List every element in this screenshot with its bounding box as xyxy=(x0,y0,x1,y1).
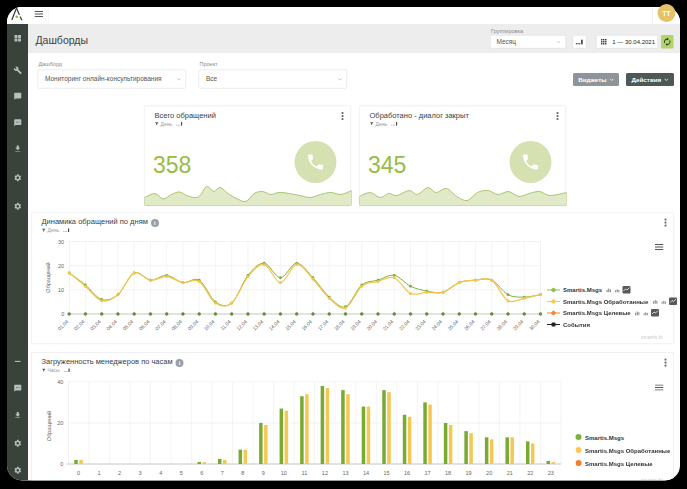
svg-text:16: 16 xyxy=(404,470,410,476)
svg-text:29.04: 29.04 xyxy=(511,318,524,331)
svg-text:15: 15 xyxy=(383,470,389,476)
svg-text:7: 7 xyxy=(221,470,224,476)
svg-text:27.04: 27.04 xyxy=(479,318,492,331)
svg-text:Обращений: Обращений xyxy=(45,262,51,292)
svg-text:13.04: 13.04 xyxy=(251,318,264,331)
svg-text:04.04: 04.04 xyxy=(105,318,118,331)
svg-text:10: 10 xyxy=(58,287,64,293)
svg-text:16.04: 16.04 xyxy=(300,318,313,331)
svg-text:6: 6 xyxy=(200,470,203,476)
svg-text:01.04: 01.04 xyxy=(56,318,69,331)
svg-text:4: 4 xyxy=(159,470,162,476)
svg-text:19.04: 19.04 xyxy=(349,318,362,331)
svg-text:25.04: 25.04 xyxy=(446,318,459,331)
svg-text:07.04: 07.04 xyxy=(154,318,167,331)
svg-text:19: 19 xyxy=(466,470,472,476)
svg-text:14.04: 14.04 xyxy=(268,318,281,331)
svg-text:0: 0 xyxy=(77,470,80,476)
svg-text:2: 2 xyxy=(118,470,121,476)
svg-text:11: 11 xyxy=(302,470,308,476)
svg-text:28.04: 28.04 xyxy=(495,318,508,331)
svg-text:18: 18 xyxy=(445,470,451,476)
svg-text:9: 9 xyxy=(262,470,265,476)
svg-text:06.04: 06.04 xyxy=(138,318,151,331)
svg-text:13: 13 xyxy=(342,470,348,476)
svg-text:09.04: 09.04 xyxy=(186,318,199,331)
svg-text:23: 23 xyxy=(548,470,554,476)
svg-text:20: 20 xyxy=(58,263,64,269)
svg-text:0: 0 xyxy=(60,461,63,467)
svg-text:17: 17 xyxy=(424,470,430,476)
svg-text:02.04: 02.04 xyxy=(73,318,86,331)
svg-text:03.04: 03.04 xyxy=(89,318,102,331)
svg-text:1: 1 xyxy=(98,470,101,476)
svg-text:26.04: 26.04 xyxy=(463,318,476,331)
svg-text:Обращений: Обращений xyxy=(46,411,52,441)
svg-text:30: 30 xyxy=(58,239,64,245)
svg-text:10.04: 10.04 xyxy=(203,318,216,331)
svg-text:24.04: 24.04 xyxy=(430,318,443,331)
svg-text:0: 0 xyxy=(61,311,64,317)
svg-text:17.04: 17.04 xyxy=(316,318,329,331)
svg-text:23.04: 23.04 xyxy=(414,318,427,331)
svg-text:20.04: 20.04 xyxy=(365,318,378,331)
svg-text:15.04: 15.04 xyxy=(284,318,297,331)
svg-text:12: 12 xyxy=(322,470,328,476)
svg-text:12.04: 12.04 xyxy=(235,318,248,331)
svg-text:10: 10 xyxy=(281,470,287,476)
svg-text:18.04: 18.04 xyxy=(333,318,346,331)
svg-text:08.04: 08.04 xyxy=(170,318,183,331)
svg-text:20: 20 xyxy=(57,420,63,426)
svg-text:11.04: 11.04 xyxy=(219,318,232,331)
svg-text:21.04: 21.04 xyxy=(381,318,394,331)
svg-text:3: 3 xyxy=(139,470,142,476)
svg-text:05.04: 05.04 xyxy=(121,318,134,331)
svg-text:20: 20 xyxy=(486,470,492,476)
svg-text:40: 40 xyxy=(57,379,63,385)
svg-text:21: 21 xyxy=(507,470,513,476)
svg-text:14: 14 xyxy=(363,470,369,476)
svg-text:22.04: 22.04 xyxy=(398,318,411,331)
svg-text:30.04: 30.04 xyxy=(528,318,541,331)
svg-text:5: 5 xyxy=(180,470,183,476)
svg-text:22: 22 xyxy=(527,470,533,476)
svg-text:8: 8 xyxy=(241,470,244,476)
